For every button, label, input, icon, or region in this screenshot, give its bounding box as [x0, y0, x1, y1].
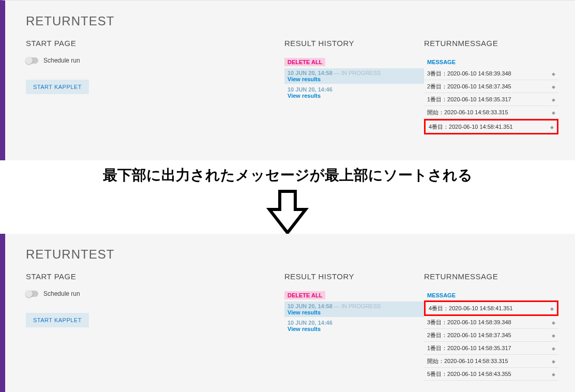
history-item[interactable]: 10 JUN 20, 14:46View results	[284, 85, 424, 100]
diamond-icon: ◆	[552, 320, 555, 325]
return-message-header: RETURNMESSAGE	[424, 272, 558, 281]
view-results-link[interactable]: View results	[288, 93, 321, 99]
start-page-header: START PAGE	[26, 39, 284, 48]
page-title: RETURNTEST	[26, 14, 554, 28]
message-row[interactable]: 1番目：2020-06-10 14:58:35.317◆	[424, 342, 558, 355]
diamond-icon: ◆	[552, 97, 555, 102]
message-row[interactable]: 開始：2020-06-10 14:58:33.315◆	[424, 106, 558, 119]
message-row[interactable]: 3番目：2020-06-10 14:58:39.348◆	[424, 67, 558, 80]
view-results-link[interactable]: View results	[288, 326, 321, 332]
message-text: 5番目：2020-06-10 14:58:43.355	[427, 370, 511, 378]
start-kapplet-button[interactable]: START KAPPLET	[26, 313, 89, 327]
message-text: 3番目：2020-06-10 14:58:39.348	[427, 70, 511, 78]
return-message-header: RETURNMESSAGE	[424, 39, 558, 48]
start-page-header: START PAGE	[26, 272, 284, 281]
history-time: 10 JUN 20, 14:46	[288, 320, 332, 326]
diamond-icon: ◆	[550, 306, 554, 311]
history-status: — IN PROGRESS	[332, 303, 381, 309]
schedule-run-label: Schedule run	[43, 290, 80, 297]
result-history-header: RESULT HISTORY	[284, 272, 424, 281]
schedule-run-toggle[interactable]	[26, 291, 38, 297]
message-row[interactable]: 3番目：2020-06-10 14:58:39.348◆	[424, 316, 558, 329]
message-row[interactable]: 2番目：2020-06-10 14:58:37.345◆	[424, 80, 558, 93]
result-history-header: RESULT HISTORY	[284, 39, 424, 48]
diamond-icon: ◆	[552, 346, 555, 351]
diamond-icon: ◆	[550, 125, 554, 130]
panel-after: RETURNTEST START PAGE Schedule run START…	[0, 234, 575, 392]
message-row[interactable]: 4番目：2020-06-10 14:58:41.351◆	[424, 119, 558, 134]
message-text: 開始：2020-06-10 14:58:33.315	[427, 357, 508, 365]
delete-all-button[interactable]: DELETE ALL	[284, 291, 325, 299]
history-item[interactable]: 10 JUN 20, 14:46View results	[284, 318, 424, 334]
diamond-icon: ◆	[552, 84, 555, 89]
message-text: 4番目：2020-06-10 14:58:41.351	[429, 123, 513, 131]
view-results-link[interactable]: View results	[288, 76, 321, 82]
annotation-text: 最下部に出力されたメッセージが最上部にソートされる	[0, 165, 575, 185]
message-text: 1番目：2020-06-10 14:58:35.317	[427, 344, 511, 352]
message-list: 4番目：2020-06-10 14:58:41.351◆3番目：2020-06-…	[424, 300, 558, 381]
diamond-icon: ◆	[552, 110, 555, 115]
history-item[interactable]: 10 JUN 20, 14:58 — IN PROGRESSView resul…	[284, 301, 424, 317]
diamond-icon: ◆	[552, 372, 555, 377]
history-list: 10 JUN 20, 14:58 — IN PROGRESSView resul…	[284, 68, 424, 100]
history-time: 10 JUN 20, 14:46	[288, 86, 332, 93]
message-column-header[interactable]: MESSAGE	[424, 57, 558, 67]
message-text: 開始：2020-06-10 14:58:33.315	[427, 109, 508, 116]
delete-all-button[interactable]: DELETE ALL	[284, 58, 325, 66]
diamond-icon: ◆	[552, 359, 555, 364]
message-row[interactable]: 開始：2020-06-10 14:58:33.315◆	[424, 355, 558, 368]
message-text: 2番目：2020-06-10 14:58:37.345	[427, 83, 511, 91]
history-time: 10 JUN 20, 14:58	[288, 70, 332, 76]
schedule-run-label: Schedule run	[43, 57, 80, 64]
message-row[interactable]: 2番目：2020-06-10 14:58:37.345◆	[424, 329, 558, 342]
view-results-link[interactable]: View results	[288, 309, 321, 315]
history-list: 10 JUN 20, 14:58 — IN PROGRESSView resul…	[284, 301, 424, 334]
message-row[interactable]: 1番目：2020-06-10 14:58:35.317◆	[424, 93, 558, 106]
message-column-header[interactable]: MESSAGE	[424, 290, 558, 300]
message-text: 2番目：2020-06-10 14:58:37.345	[427, 331, 511, 339]
schedule-run-toggle[interactable]	[26, 57, 38, 64]
history-time: 10 JUN 20, 14:58	[288, 303, 332, 309]
message-row[interactable]: 4番目：2020-06-10 14:58:41.351◆	[424, 300, 558, 316]
start-kapplet-button[interactable]: START KAPPLET	[26, 80, 89, 94]
panel-before: RETURNTEST START PAGE Schedule run START…	[0, 0, 575, 160]
message-text: 3番目：2020-06-10 14:58:39.348	[427, 319, 511, 326]
diamond-icon: ◆	[552, 71, 555, 77]
message-text: 4番目：2020-06-10 14:58:41.351	[429, 305, 513, 312]
page-title: RETURNTEST	[26, 247, 554, 262]
history-item[interactable]: 10 JUN 20, 14:58 — IN PROGRESSView resul…	[284, 68, 424, 84]
message-list: 3番目：2020-06-10 14:58:39.348◆2番目：2020-06-…	[424, 67, 558, 134]
message-row[interactable]: 5番目：2020-06-10 14:58:43.355◆	[424, 368, 558, 381]
arrow-icon	[0, 186, 575, 240]
message-text: 1番目：2020-06-10 14:58:35.317	[427, 96, 511, 103]
history-status: — IN PROGRESS	[332, 70, 381, 76]
diamond-icon: ◆	[552, 333, 555, 338]
